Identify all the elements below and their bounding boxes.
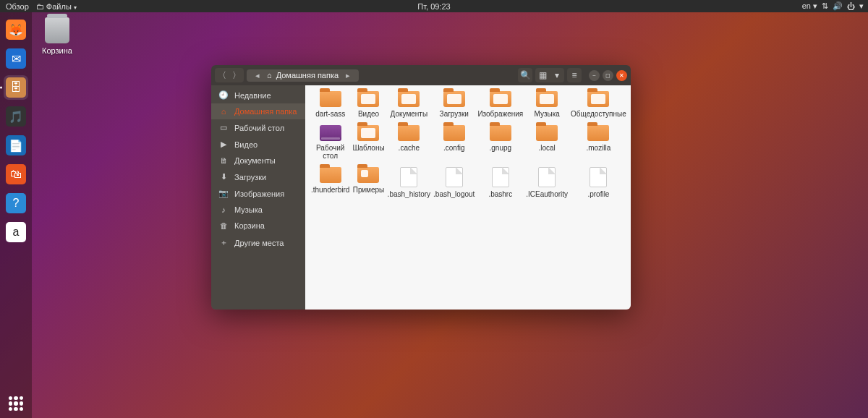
- file-label: .profile: [569, 190, 628, 198]
- sidebar-icon: 🗑: [218, 221, 229, 230]
- file-item-20[interactable]: .profile: [569, 167, 628, 198]
- amazon-icon: a: [6, 222, 26, 242]
- file-item-12[interactable]: .local: [524, 125, 569, 160]
- file-item-2[interactable]: Документы: [386, 91, 432, 118]
- file-item-6[interactable]: Общедоступные: [569, 91, 628, 118]
- dock-item-rhythmbox[interactable]: 🎵: [4, 104, 28, 129]
- dock-item-writer[interactable]: 📄: [4, 133, 28, 158]
- breadcrumb-label: Домашняя папка: [276, 71, 339, 80]
- file-item-9[interactable]: .cache: [386, 125, 432, 160]
- show-applications-button[interactable]: [9, 396, 23, 411]
- desktop-folder-icon: [320, 125, 341, 141]
- file-item-17[interactable]: .bash_logout: [432, 167, 476, 198]
- sidebar-item-8[interactable]: 🗑Корзина: [211, 218, 305, 234]
- sidebar-item-3[interactable]: ▶Видео: [211, 136, 305, 153]
- dock-item-firefox[interactable]: 🦊: [4, 17, 28, 42]
- desktop-trash[interactable]: Корзина: [42, 17, 72, 55]
- file-label: Музыка: [524, 110, 569, 118]
- folder-icon: [443, 125, 465, 141]
- file-item-10[interactable]: .config: [432, 125, 476, 160]
- sidebar-item-label: Изображения: [234, 189, 284, 198]
- dock-item-files[interactable]: 🗄: [4, 75, 28, 100]
- keyboard-layout-label: en: [802, 1, 811, 10]
- sidebar-item-label: Недавние: [234, 91, 271, 100]
- file-item-14[interactable]: .thunderbird: [310, 167, 351, 198]
- view-options-button[interactable]: ▾: [550, 68, 564, 82]
- hamburger-menu-button[interactable]: ≡: [567, 68, 582, 82]
- file-icon: [590, 167, 607, 187]
- file-label: .bashrc: [476, 190, 524, 198]
- app-menu[interactable]: 🗀 Файлы ▾: [35, 2, 78, 11]
- sidebar-item-6[interactable]: 📷Изображения: [211, 185, 305, 202]
- file-label: Видео: [351, 110, 386, 118]
- folder-icon: [398, 125, 420, 141]
- file-item-15[interactable]: Примеры: [351, 167, 386, 198]
- file-item-1[interactable]: Видео: [351, 91, 386, 118]
- sidebar-item-7[interactable]: ♪Музыка: [211, 202, 305, 218]
- sidebar-item-2[interactable]: ▭Рабочий стол: [211, 119, 305, 136]
- dock-item-software[interactable]: 🛍: [4, 162, 28, 187]
- network-icon[interactable]: ⇅: [822, 1, 828, 11]
- file-item-7[interactable]: Рабочий стол: [310, 125, 351, 160]
- sidebar-item-label: Документы: [234, 156, 276, 165]
- file-item-5[interactable]: Музыка: [524, 91, 569, 118]
- file-item-3[interactable]: Загрузки: [432, 91, 476, 118]
- sidebar-item-0[interactable]: 🕘Недавние: [211, 87, 305, 103]
- folder-icon: [357, 91, 379, 107]
- file-item-13[interactable]: .mozilla: [569, 125, 628, 160]
- breadcrumb-next-icon[interactable]: ▸: [343, 71, 353, 80]
- dock-item-help[interactable]: ?: [4, 191, 28, 216]
- sidebar-icon: ♪: [218, 205, 229, 214]
- clock[interactable]: Пт, 09:23: [417, 2, 450, 11]
- thunderbird-icon: ✉: [6, 48, 26, 69]
- files-icon: 🗄: [6, 77, 26, 98]
- window-minimize-button[interactable]: −: [589, 70, 600, 81]
- folder-icon: [490, 125, 511, 141]
- nav-forward-button[interactable]: 〉: [229, 68, 244, 82]
- sidebar-item-1[interactable]: ⌂Домашняя папка: [211, 103, 305, 119]
- nav-back-button[interactable]: 〈: [215, 68, 229, 82]
- sidebar-item-5[interactable]: ⬇Загрузки: [211, 169, 305, 185]
- power-icon[interactable]: ⏻: [847, 2, 855, 11]
- volume-icon[interactable]: 🔊: [833, 1, 843, 11]
- dock-item-thunderbird[interactable]: ✉: [4, 46, 28, 71]
- file-icon: [492, 167, 509, 187]
- sidebar-icon: 🗎: [218, 156, 229, 165]
- folder-icon: [587, 91, 609, 107]
- sidebar-icon: 🕘: [218, 90, 229, 100]
- trash-icon: [45, 17, 69, 43]
- file-item-0[interactable]: dart-sass: [310, 91, 351, 118]
- search-button[interactable]: 🔍: [518, 68, 532, 82]
- folder-icon: [320, 91, 341, 107]
- view-grid-button[interactable]: ▦: [535, 68, 550, 82]
- dock-item-amazon[interactable]: a: [4, 220, 28, 244]
- file-label: .config: [432, 144, 476, 152]
- window-close-button[interactable]: ✕: [616, 70, 627, 81]
- rhythmbox-icon: 🎵: [6, 106, 26, 127]
- breadcrumb[interactable]: ◂ ⌂ Домашняя папка ▸: [247, 69, 359, 82]
- activities-button[interactable]: Обзор: [4, 2, 30, 11]
- file-label: dart-sass: [310, 110, 351, 118]
- file-item-16[interactable]: .bash_history: [386, 167, 432, 198]
- file-item-19[interactable]: .ICEauthority: [524, 167, 569, 198]
- folder-icon: 🗀: [36, 2, 46, 11]
- sidebar-item-9[interactable]: ＋Другие места: [211, 234, 305, 252]
- file-item-8[interactable]: Шаблоны: [351, 125, 386, 160]
- dock: 🦊✉🗄🎵📄🛍?a: [0, 12, 32, 418]
- keyboard-layout[interactable]: en ▾: [802, 1, 817, 11]
- file-item-11[interactable]: .gnupg: [476, 125, 524, 160]
- file-grid[interactable]: dart-sassВидеоДокументыЗагрузкиИзображен…: [305, 85, 631, 310]
- file-label: Общедоступные: [569, 110, 628, 118]
- breadcrumb-prev-icon[interactable]: ◂: [252, 71, 263, 80]
- file-item-18[interactable]: .bashrc: [476, 167, 524, 198]
- file-label: .mozilla: [569, 144, 628, 152]
- file-item-4[interactable]: Изображения: [476, 91, 524, 118]
- file-label: Рабочий стол: [310, 144, 351, 160]
- window-maximize-button[interactable]: ◻: [603, 70, 613, 81]
- sidebar-item-4[interactable]: 🗎Документы: [211, 153, 305, 169]
- file-icon: [446, 167, 463, 187]
- titlebar[interactable]: 〈 〉 ◂ ⌂ Домашняя папка ▸ 🔍 ▦ ▾ ≡ − ◻ ✕: [211, 65, 631, 85]
- system-menu-chevron-icon[interactable]: ▾: [859, 1, 864, 11]
- firefox-icon: 🦊: [6, 20, 26, 40]
- folder-icon: [443, 91, 465, 107]
